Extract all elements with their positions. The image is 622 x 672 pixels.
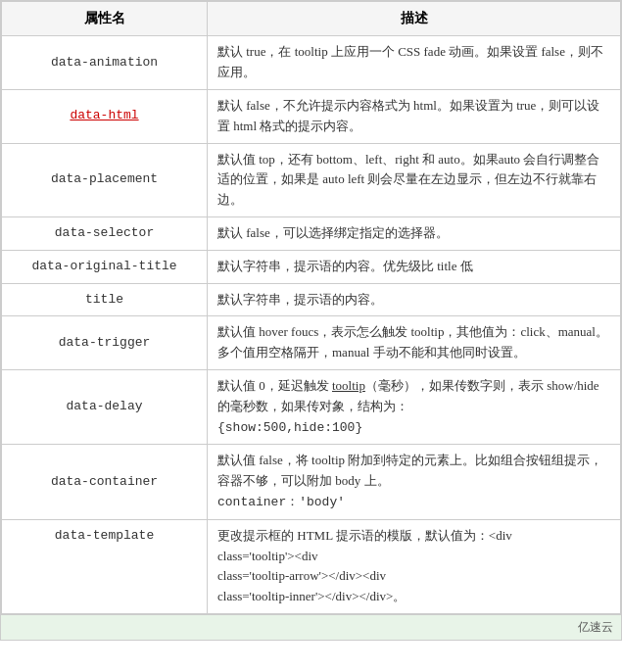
attr-name-cell: data-selector — [2, 216, 208, 250]
attr-name-text: data-placement — [51, 171, 158, 186]
description-cell: 默认值 top，还有 bottom、left、right 和 auto。如果au… — [208, 143, 621, 216]
header-attr-name: 属性名 — [2, 2, 208, 36]
attr-name-text: data-container — [51, 474, 158, 489]
attr-name-cell: data-delay — [2, 369, 208, 444]
attr-name-text: data-delay — [66, 399, 142, 413]
description-cell: 更改提示框的 HTML 提示语的模版，默认值为：<divclass='toolt… — [208, 519, 621, 613]
table-row: data-container默认值 false，将 tooltip 附加到特定的… — [2, 445, 621, 519]
description-cell: 默认字符串，提示语的内容。 — [208, 283, 621, 316]
table-row: data-selector默认 false，可以选择绑定指定的选择器。 — [2, 216, 621, 250]
table-header-row: 属性名 描述 — [2, 2, 621, 36]
table-row: data-animation默认 true，在 tooltip 上应用一个 CS… — [2, 36, 621, 90]
header-description: 描述 — [208, 2, 621, 36]
attr-name-text: data-html — [70, 108, 138, 122]
attr-name-text: data-animation — [51, 55, 158, 70]
description-cell: 默认 true，在 tooltip 上应用一个 CSS fade 动画。如果设置… — [208, 36, 621, 90]
attributes-table: 属性名 描述 data-animation默认 true，在 tooltip 上… — [1, 1, 621, 614]
footer-logo: 亿速云 — [578, 620, 613, 634]
attr-name-text: title — [85, 292, 123, 307]
attr-name-cell: data-container — [2, 445, 208, 519]
table-row: data-trigger默认值 hover foucs，表示怎么触发 toolt… — [2, 316, 621, 370]
main-table-container: 属性名 描述 data-animation默认 true，在 tooltip 上… — [0, 0, 622, 641]
table-row: data-html默认 false，不允许提示内容格式为 html。如果设置为 … — [2, 89, 621, 143]
table-row: data-template更改提示框的 HTML 提示语的模版，默认值为：<di… — [2, 519, 621, 613]
attr-name-cell: data-placement — [2, 143, 208, 216]
description-cell: 默认值 hover foucs，表示怎么触发 tooltip，其他值为：clic… — [208, 316, 621, 370]
table-row: title默认字符串，提示语的内容。 — [2, 283, 621, 316]
attr-name-text: data-template — [55, 528, 154, 543]
table-row: data-delay默认值 0，延迟触发 tooltip（毫秒），如果传数字则，… — [2, 369, 621, 444]
attr-name-cell: data-original-title — [2, 250, 208, 283]
attr-name-cell: data-html — [2, 89, 208, 143]
attr-name-text: data-trigger — [59, 335, 151, 350]
attr-name-cell: data-animation — [2, 36, 208, 90]
description-cell: 默认 false，可以选择绑定指定的选择器。 — [208, 216, 621, 250]
attr-name-text: data-selector — [55, 225, 154, 240]
description-cell: 默认 false，不允许提示内容格式为 html。如果设置为 true，则可以设… — [208, 89, 621, 143]
description-cell: 默认字符串，提示语的内容。优先级比 title 低 — [208, 250, 621, 283]
attr-name-cell: title — [2, 283, 208, 316]
table-row: data-original-title默认字符串，提示语的内容。优先级比 tit… — [2, 250, 621, 283]
footer-bar: 亿速云 — [1, 614, 621, 640]
table-row: data-placement默认值 top，还有 bottom、left、rig… — [2, 143, 621, 216]
attr-name-text: data-original-title — [31, 259, 176, 273]
description-cell: 默认值 false，将 tooltip 附加到特定的元素上。比如组合按钮组提示，… — [208, 445, 621, 519]
attr-name-cell: data-template — [2, 519, 208, 613]
attr-name-cell: data-trigger — [2, 316, 208, 370]
description-cell: 默认值 0，延迟触发 tooltip（毫秒），如果传数字则，表示 show/hi… — [208, 369, 621, 444]
